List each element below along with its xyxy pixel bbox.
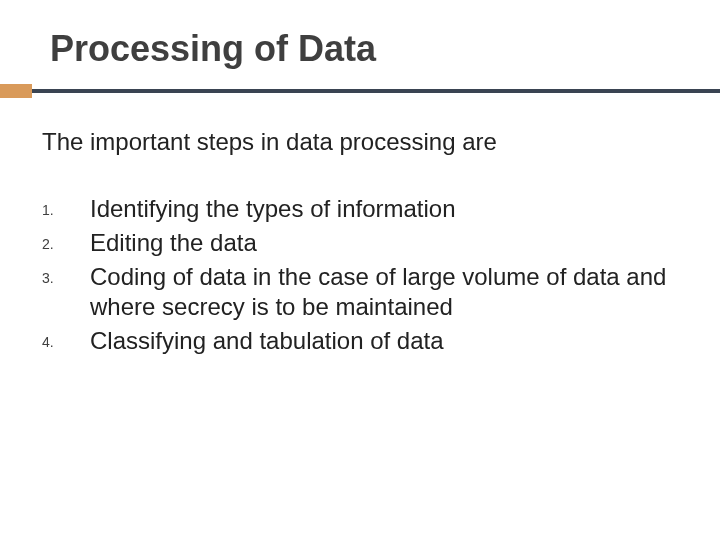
list-item: 1. Identifying the types of information xyxy=(42,194,680,224)
title-rule-accent xyxy=(0,84,32,98)
slide: Processing of Data The important steps i… xyxy=(0,0,720,540)
numbered-list: 1. Identifying the types of information … xyxy=(42,194,680,356)
list-item: 3. Coding of data in the case of large v… xyxy=(42,262,680,322)
list-item-number: 2. xyxy=(42,228,90,252)
title-rule xyxy=(40,84,680,98)
list-item-text: Identifying the types of information xyxy=(90,194,680,224)
intro-text: The important steps in data processing a… xyxy=(42,128,680,156)
list-item: 2. Editing the data xyxy=(42,228,680,258)
list-item-number: 4. xyxy=(42,326,90,350)
list-item-number: 1. xyxy=(42,194,90,218)
list-item-number: 3. xyxy=(42,262,90,286)
page-title: Processing of Data xyxy=(50,28,680,70)
list-item-text: Classifying and tabulation of data xyxy=(90,326,680,356)
list-item-text: Coding of data in the case of large volu… xyxy=(90,262,680,322)
title-rule-line xyxy=(0,89,720,93)
list-item-text: Editing the data xyxy=(90,228,680,258)
list-item: 4. Classifying and tabulation of data xyxy=(42,326,680,356)
